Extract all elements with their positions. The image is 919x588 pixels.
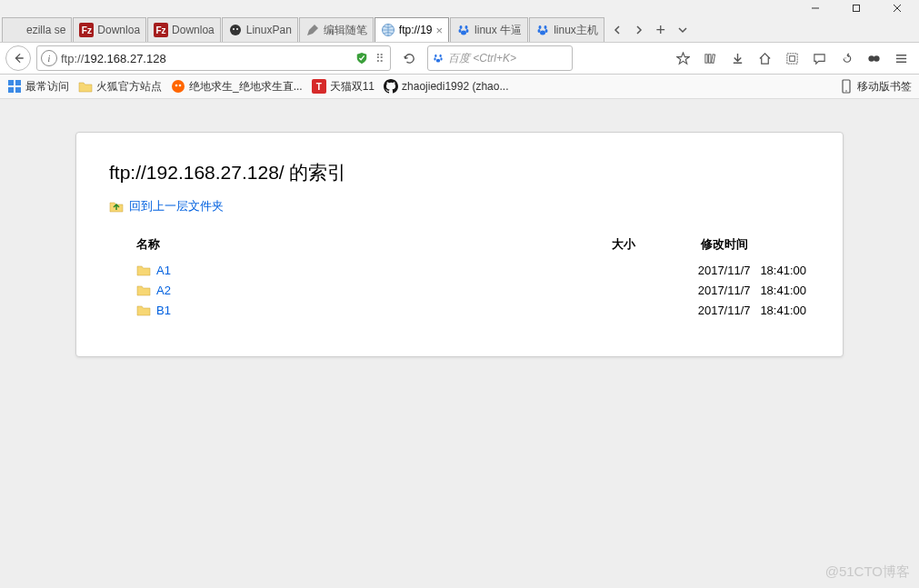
folder-icon [136,303,151,317]
tab-scroll-right-button[interactable] [631,22,647,38]
reader-button[interactable] [861,46,886,70]
window-minimize-button[interactable] [794,1,835,15]
svg-rect-1 [853,5,859,12]
folder-link[interactable]: B1 [156,304,171,317]
toolbar-right [670,46,914,70]
folder-link[interactable]: A2 [156,284,171,297]
bookmark-label: zhaojiedi1992 (zhao... [402,80,508,93]
search-placeholder: 百度 <Ctrl+K> [448,51,516,66]
tab-0[interactable]: ezilla se [2,17,72,42]
tab-6[interactable]: linux 牛逼 [450,17,528,42]
svg-point-11 [466,29,469,33]
back-button[interactable] [5,45,31,71]
bookmark-star-button[interactable] [670,46,695,70]
tracking-shield-icon[interactable] [355,52,368,65]
site-info-icon[interactable]: i [41,50,57,66]
directory-listing: 名称 大小 修改时间 A1 2017/11/7 18:41:00 A2 2017… [109,233,810,320]
tab-4[interactable]: 编辑随笔 [299,17,374,42]
filezilla-icon: Fz [79,23,94,37]
page-title: ftp://192.168.27.128/ 的索引 [109,160,810,185]
bookmark-label: 移动版书签 [857,79,912,95]
bookmark-label: 绝地求生_绝地求生直... [189,79,303,95]
svg-point-20 [434,57,435,60]
library-button[interactable] [697,46,723,70]
folder-link[interactable]: A1 [156,264,171,277]
svg-point-29 [874,55,880,62]
up-link-text[interactable]: 回到上一层文件夹 [129,198,224,214]
undo-menu-button[interactable] [834,46,859,70]
svg-point-17 [540,31,545,35]
svg-point-22 [436,59,440,63]
up-directory-link[interactable]: 回到上一层文件夹 [109,198,810,214]
qr-icon[interactable]: ⠿ [375,52,383,65]
bookmark-most-visited[interactable]: 最常访问 [7,79,69,95]
bookmark-label: 最常访问 [25,79,69,95]
menu-button[interactable] [888,46,914,70]
tab-label: ezilla se [26,24,65,36]
tab-label: Downloa [97,24,140,36]
table-row: A1 2017/11/7 18:41:00 [109,260,810,280]
svg-point-21 [440,57,442,60]
window-maximize-button[interactable] [835,1,876,15]
cell-modified: 2017/11/7 18:41:00 [639,260,810,280]
svg-point-37 [172,80,185,93]
cell-modified: 2017/11/7 18:41:00 [639,300,810,320]
bookmark-firefox-official[interactable]: 火狐官方站点 [78,79,162,95]
baidu-icon [535,23,550,37]
svg-point-8 [460,25,463,29]
bookmark-tmall[interactable]: T天猫双11 [312,79,375,95]
linux-icon [228,23,243,37]
tab-scroll-left-button[interactable] [609,22,625,38]
window-close-button[interactable] [876,1,917,15]
svg-point-9 [465,25,468,29]
baidu-icon [432,52,445,65]
pencil-icon [305,23,320,37]
bookmark-label: 火狐官方站点 [96,79,162,95]
address-bar[interactable]: i ftp://192.168.27.128 ⠿ [36,45,391,71]
svg-rect-26 [786,53,796,63]
tab-label: Downloa [172,24,215,36]
tab-label: linux主机 [554,23,598,38]
svg-point-38 [175,85,178,87]
tab-list-dropdown[interactable] [674,22,691,38]
new-tab-button[interactable]: + [653,22,669,38]
home-button[interactable] [752,46,777,70]
baidu-icon [456,23,471,37]
folder-icon [136,263,151,277]
search-bar[interactable]: 百度 <Ctrl+K> [427,45,573,71]
folder-icon [136,283,151,297]
svg-point-5 [233,28,235,30]
tab-3[interactable]: LinuxPan [222,17,298,42]
tab-strip: ezilla se FzDownloa FzDownloa LinuxPan 编… [0,16,919,42]
svg-rect-34 [15,80,21,85]
bookmark-label: 天猫双11 [330,79,375,95]
bookmark-pubg[interactable]: 绝地求生_绝地求生直... [171,79,303,95]
tmall-icon: T [312,79,326,94]
svg-point-19 [439,55,441,57]
filezilla-icon: Fz [154,23,168,37]
reload-button[interactable] [396,46,422,70]
ftp-index-card: ftp://192.168.27.128/ 的索引 回到上一层文件夹 名称 大小… [75,132,844,357]
chat-button[interactable] [806,46,832,70]
bookmark-mobile[interactable]: 移动版书签 [839,79,912,95]
tab-label: linux 牛逼 [474,23,522,38]
screenshot-button[interactable] [779,46,804,70]
bookmark-github-user[interactable]: zhaojiedi1992 (zhao... [384,79,508,94]
cell-modified: 2017/11/7 18:41:00 [639,280,810,300]
svg-point-14 [544,25,547,29]
tab-7[interactable]: linux主机 [529,17,604,42]
tab-1[interactable]: FzDownloa [73,17,146,42]
globe-icon [381,23,395,37]
svg-point-10 [459,29,462,33]
table-row: B1 2017/11/7 18:41:00 [109,300,810,320]
column-header-size: 大小 [550,233,639,260]
tab-5-active[interactable]: ftp://19× [375,17,449,42]
grid-icon [7,79,22,94]
tab-2[interactable]: FzDownloa [147,17,221,42]
svg-rect-25 [711,54,714,63]
tab-label: 编辑随笔 [324,23,367,38]
svg-point-16 [545,29,548,33]
close-icon[interactable]: × [436,24,444,37]
svg-rect-27 [789,55,794,61]
downloads-button[interactable] [724,46,750,70]
